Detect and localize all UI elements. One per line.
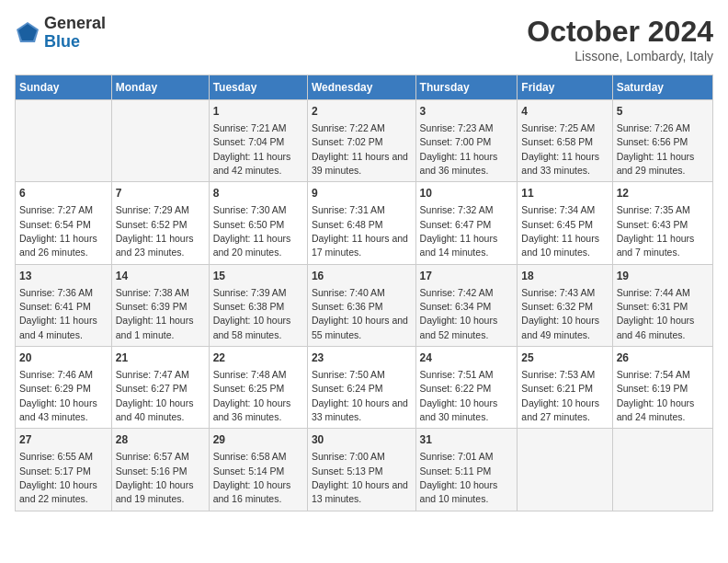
sunset-text: Sunset: 6:21 PM [521,383,593,394]
day-cell: 7Sunrise: 7:29 AMSunset: 6:52 PMDaylight… [111,182,209,264]
sunset-text: Sunset: 6:54 PM [19,219,91,230]
daylight-text: Daylight: 10 hours and 52 minutes. [420,315,498,339]
day-cell: 8Sunrise: 7:30 AMSunset: 6:50 PMDaylight… [209,182,307,264]
day-cell: 13Sunrise: 7:36 AMSunset: 6:41 PMDayligh… [16,264,112,346]
sunrise-text: Sunrise: 7:51 AM [420,369,494,380]
daylight-text: Daylight: 11 hours and 36 minutes. [420,151,498,176]
day-cell: 10Sunrise: 7:32 AMSunset: 6:47 PMDayligh… [415,182,518,264]
day-number: 31 [420,432,514,448]
day-cell [518,429,612,511]
day-cell: 1Sunrise: 7:21 AMSunset: 7:04 PMDaylight… [209,100,307,182]
day-cell: 4Sunrise: 7:25 AMSunset: 6:58 PMDaylight… [518,100,612,182]
col-monday: Monday [111,75,209,100]
day-number: 26 [617,350,709,366]
sunrise-text: Sunrise: 7:39 AM [213,287,287,298]
day-number: 27 [19,432,108,448]
sunrise-text: Sunrise: 7:53 AM [521,369,595,380]
sunrise-text: Sunrise: 7:31 AM [312,204,385,215]
title-block: October 2024 Lissone, Lombardy, Italy [527,15,713,63]
daylight-text: Daylight: 11 hours and 1 minute. [116,315,194,339]
sunset-text: Sunset: 6:47 PM [420,219,492,230]
sunset-text: Sunset: 6:48 PM [312,219,383,230]
daylight-text: Daylight: 11 hours and 4 minutes. [19,315,97,339]
week-row-4: 27Sunrise: 6:55 AMSunset: 5:17 PMDayligh… [16,429,713,511]
day-cell: 27Sunrise: 6:55 AMSunset: 5:17 PMDayligh… [16,429,112,511]
day-cell [612,429,712,511]
sunset-text: Sunset: 6:38 PM [213,301,285,312]
daylight-text: Daylight: 10 hours and 55 minutes. [312,315,408,339]
daylight-text: Daylight: 10 hours and 27 minutes. [521,397,599,422]
sunset-text: Sunset: 6:58 PM [521,136,593,147]
col-wednesday: Wednesday [307,75,415,100]
day-number: 28 [116,432,205,448]
sunset-text: Sunset: 6:39 PM [116,301,188,312]
sunrise-text: Sunrise: 7:25 AM [521,122,595,133]
daylight-text: Daylight: 10 hours and 33 minutes. [312,397,408,422]
sunset-text: Sunset: 5:14 PM [213,465,285,477]
header-row: Sunday Monday Tuesday Wednesday Thursday… [16,75,713,100]
sunrise-text: Sunrise: 7:30 AM [213,204,287,215]
day-cell: 24Sunrise: 7:51 AMSunset: 6:22 PMDayligh… [415,347,518,429]
logo-general: General [44,15,106,33]
daylight-text: Daylight: 10 hours and 58 minutes. [213,315,291,339]
sunrise-text: Sunrise: 7:29 AM [116,204,189,215]
day-cell: 14Sunrise: 7:38 AMSunset: 6:39 PMDayligh… [111,264,209,346]
sunset-text: Sunset: 6:34 PM [420,301,492,312]
sunset-text: Sunset: 6:50 PM [213,219,285,230]
day-cell: 30Sunrise: 7:00 AMSunset: 5:13 PMDayligh… [307,429,415,511]
sunset-text: Sunset: 6:45 PM [521,219,593,230]
daylight-text: Daylight: 10 hours and 24 minutes. [617,397,695,422]
daylight-text: Daylight: 11 hours and 29 minutes. [617,151,695,176]
day-cell: 16Sunrise: 7:40 AMSunset: 6:36 PMDayligh… [307,264,415,346]
calendar-body: 1Sunrise: 7:21 AMSunset: 7:04 PMDaylight… [16,100,713,511]
daylight-text: Daylight: 10 hours and 10 minutes. [420,479,498,504]
daylight-text: Daylight: 11 hours and 39 minutes. [312,151,408,176]
sunrise-text: Sunrise: 7:22 AM [312,122,385,133]
daylight-text: Daylight: 10 hours and 43 minutes. [19,397,97,422]
day-number: 25 [521,350,608,366]
day-number: 8 [213,186,303,201]
day-cell [111,100,209,182]
sunset-text: Sunset: 6:29 PM [19,383,91,394]
day-cell: 28Sunrise: 6:57 AMSunset: 5:16 PMDayligh… [111,429,209,511]
calendar-header: Sunday Monday Tuesday Wednesday Thursday… [16,75,713,100]
day-number: 6 [19,186,108,201]
day-number: 1 [213,104,303,120]
sunrise-text: Sunrise: 6:58 AM [213,451,287,462]
day-number: 11 [521,186,608,201]
day-cell: 6Sunrise: 7:27 AMSunset: 6:54 PMDaylight… [16,182,112,264]
day-cell: 9Sunrise: 7:31 AMSunset: 6:48 PMDaylight… [307,182,415,264]
daylight-text: Daylight: 11 hours and 17 minutes. [312,233,408,258]
day-number: 9 [312,186,412,201]
location: Lissone, Lombardy, Italy [527,49,713,63]
sunset-text: Sunset: 7:04 PM [213,136,285,147]
sunrise-text: Sunrise: 7:40 AM [312,287,385,298]
logo-icon [15,20,40,46]
sunset-text: Sunset: 6:24 PM [312,383,383,394]
day-number: 3 [420,104,514,120]
sunset-text: Sunset: 6:56 PM [617,136,688,147]
sunrise-text: Sunrise: 7:34 AM [521,204,595,215]
daylight-text: Daylight: 11 hours and 42 minutes. [213,151,291,176]
col-sunday: Sunday [16,75,112,100]
day-cell: 2Sunrise: 7:22 AMSunset: 7:02 PMDaylight… [307,100,415,182]
day-number: 29 [213,432,303,448]
day-number: 22 [213,350,303,366]
sunset-text: Sunset: 6:22 PM [420,383,492,394]
day-cell: 11Sunrise: 7:34 AMSunset: 6:45 PMDayligh… [518,182,612,264]
daylight-text: Daylight: 10 hours and 22 minutes. [19,479,97,504]
day-number: 17 [420,269,514,284]
sunset-text: Sunset: 6:19 PM [617,383,688,394]
sunset-text: Sunset: 6:27 PM [116,383,188,394]
sunset-text: Sunset: 6:41 PM [19,301,91,312]
day-cell: 23Sunrise: 7:50 AMSunset: 6:24 PMDayligh… [307,347,415,429]
day-cell: 5Sunrise: 7:26 AMSunset: 6:56 PMDaylight… [612,100,712,182]
day-cell: 25Sunrise: 7:53 AMSunset: 6:21 PMDayligh… [518,347,612,429]
day-number: 12 [617,186,709,201]
daylight-text: Daylight: 10 hours and 30 minutes. [420,397,498,422]
sunset-text: Sunset: 7:02 PM [312,136,383,147]
sunset-text: Sunset: 5:16 PM [116,465,188,477]
week-row-2: 13Sunrise: 7:36 AMSunset: 6:41 PMDayligh… [16,264,713,346]
sunset-text: Sunset: 7:00 PM [420,136,492,147]
day-cell: 29Sunrise: 6:58 AMSunset: 5:14 PMDayligh… [209,429,307,511]
